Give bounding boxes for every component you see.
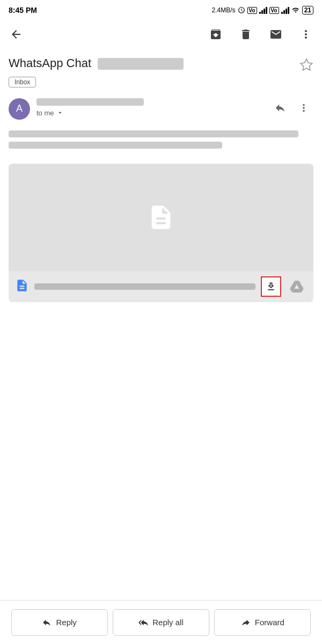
download-button[interactable]: [261, 276, 281, 297]
reply-icon-button[interactable]: [270, 98, 290, 118]
email-subject: WhatsApp Chat: [9, 56, 299, 71]
email-sender-row: A to me: [9, 98, 313, 120]
document-preview-icon: [147, 201, 175, 233]
email-space: [0, 311, 322, 493]
volte-icon: Vo: [247, 7, 257, 14]
bottom-action-bar: Reply Reply all Forward: [0, 600, 322, 644]
avatar: A: [9, 98, 30, 120]
forward-button[interactable]: Forward: [214, 609, 311, 636]
status-time: 8:45 PM: [9, 6, 37, 14]
more-options-button[interactable]: [296, 25, 316, 44]
sender-info: A to me: [9, 98, 270, 120]
back-button[interactable]: [6, 25, 26, 44]
email-body: [0, 126, 322, 159]
email-message: A to me: [0, 92, 322, 126]
wifi-icon: [291, 6, 300, 14]
network-speed: 2.4MB/s: [212, 6, 236, 14]
delete-button[interactable]: [236, 25, 255, 44]
attachment-footer: [9, 271, 313, 302]
sender-details: to me: [36, 98, 270, 117]
attachment-doc-type-icon: [15, 279, 29, 295]
message-more-button[interactable]: [294, 98, 313, 118]
attachment-block: [9, 164, 313, 302]
action-bar: [0, 19, 322, 49]
save-to-drive-button[interactable]: [287, 276, 307, 297]
mark-unread-button[interactable]: [266, 25, 286, 44]
status-bar: 8:45 PM 2.4MB/s Vo Vo 21: [0, 0, 322, 19]
body-line-1: [9, 130, 298, 137]
sender-name-blurred: [36, 98, 144, 106]
star-button[interactable]: [299, 58, 313, 75]
body-line-2: [9, 142, 222, 149]
email-title-left: WhatsApp Chat Inbox: [9, 56, 299, 87]
status-icons: 2.4MB/s Vo Vo 21: [212, 6, 313, 14]
attachment-preview: [9, 164, 313, 271]
action-bar-right: [206, 25, 316, 44]
signal-bars-2: [281, 6, 289, 14]
alarm-icon: [238, 6, 245, 14]
sender-actions: [270, 98, 313, 118]
inbox-badge[interactable]: Inbox: [9, 77, 36, 87]
volte-icon-2: Vo: [269, 7, 279, 14]
reply-button[interactable]: Reply: [11, 609, 108, 636]
email-title-section: WhatsApp Chat Inbox: [0, 49, 322, 92]
to-me-dropdown[interactable]: to me: [36, 109, 270, 117]
battery-indicator: 21: [302, 6, 313, 14]
archive-button[interactable]: [206, 25, 225, 44]
attachment-name-blurred: [34, 283, 255, 290]
subject-blurred: [98, 58, 184, 70]
signal-bars-1: [259, 6, 267, 14]
reply-all-button[interactable]: Reply all: [113, 609, 209, 636]
